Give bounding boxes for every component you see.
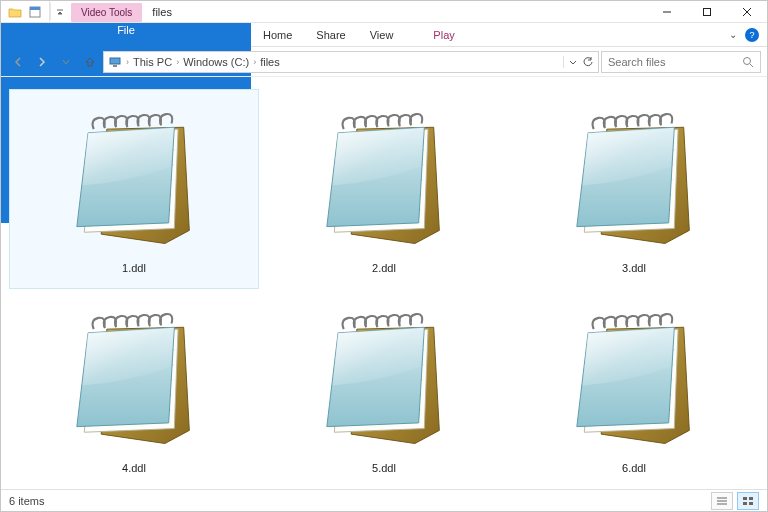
svg-rect-7 bbox=[749, 497, 753, 500]
tab-view[interactable]: View bbox=[358, 23, 406, 46]
contextual-tab-label: Video Tools bbox=[71, 3, 142, 22]
notepad-icon bbox=[54, 296, 214, 456]
explorer-window: Video Tools files File Home Share View P… bbox=[0, 0, 768, 512]
breadcrumb-item[interactable]: files bbox=[260, 56, 280, 68]
maximize-button[interactable] bbox=[687, 1, 727, 22]
svg-rect-3 bbox=[110, 58, 120, 64]
file-pane[interactable]: 1.ddl2.ddl3.ddl4.ddl5.ddl6.ddl bbox=[1, 77, 767, 489]
search-input[interactable] bbox=[608, 56, 742, 68]
file-item[interactable]: 1.ddl bbox=[9, 89, 259, 289]
file-item[interactable]: 3.ddl bbox=[509, 89, 759, 289]
svg-rect-6 bbox=[743, 497, 747, 500]
quick-access-toolbar bbox=[1, 1, 50, 22]
notepad-icon bbox=[304, 296, 464, 456]
svg-point-5 bbox=[744, 57, 751, 64]
up-button[interactable] bbox=[79, 51, 101, 73]
tab-home[interactable]: Home bbox=[251, 23, 304, 46]
file-label: 6.ddl bbox=[622, 462, 646, 474]
qat-dropdown-icon[interactable] bbox=[53, 4, 67, 20]
notepad-icon bbox=[554, 296, 714, 456]
svg-rect-8 bbox=[743, 502, 747, 505]
tab-share[interactable]: Share bbox=[304, 23, 357, 46]
file-label: 2.ddl bbox=[372, 262, 396, 274]
tab-play[interactable]: Play bbox=[421, 23, 466, 46]
chevron-right-icon[interactable]: › bbox=[253, 57, 256, 67]
close-button[interactable] bbox=[727, 1, 767, 22]
svg-rect-4 bbox=[113, 65, 117, 67]
file-item[interactable]: 6.ddl bbox=[509, 289, 759, 489]
expand-ribbon-icon[interactable]: ⌄ bbox=[729, 29, 737, 40]
file-label: 5.ddl bbox=[372, 462, 396, 474]
ribbon-tabs: File Home Share View Play ⌄ ? bbox=[1, 23, 767, 47]
window-title: files bbox=[144, 1, 172, 22]
address-bar[interactable]: › This PC› Windows (C:)› files bbox=[103, 51, 599, 73]
refresh-icon[interactable] bbox=[582, 56, 594, 68]
forward-button[interactable] bbox=[31, 51, 53, 73]
svg-rect-9 bbox=[749, 502, 753, 505]
details-view-button[interactable] bbox=[711, 492, 733, 510]
chevron-right-icon[interactable]: › bbox=[176, 57, 179, 67]
thumbnails-view-button[interactable] bbox=[737, 492, 759, 510]
item-count: 6 items bbox=[9, 495, 44, 507]
status-bar: 6 items bbox=[1, 489, 767, 511]
titlebar: Video Tools files bbox=[1, 1, 767, 23]
breadcrumb-item[interactable]: This PC bbox=[133, 56, 172, 68]
file-label: 1.ddl bbox=[122, 262, 146, 274]
folder-icon bbox=[7, 4, 23, 20]
minimize-button[interactable] bbox=[647, 1, 687, 22]
file-item[interactable]: 4.ddl bbox=[9, 289, 259, 489]
properties-icon[interactable] bbox=[27, 4, 43, 20]
file-item[interactable]: 2.ddl bbox=[259, 89, 509, 289]
navigation-bar: › This PC› Windows (C:)› files bbox=[1, 47, 767, 77]
dropdown-icon[interactable] bbox=[568, 57, 578, 67]
svg-rect-1 bbox=[30, 7, 40, 10]
notepad-icon bbox=[304, 96, 464, 256]
file-label: 3.ddl bbox=[622, 262, 646, 274]
divider bbox=[50, 3, 51, 20]
file-item[interactable]: 5.ddl bbox=[259, 289, 509, 489]
svg-rect-2 bbox=[704, 8, 711, 15]
search-icon bbox=[742, 56, 754, 68]
file-label: 4.ddl bbox=[122, 462, 146, 474]
recent-locations-icon[interactable] bbox=[55, 51, 77, 73]
notepad-icon bbox=[554, 96, 714, 256]
chevron-right-icon[interactable]: › bbox=[126, 57, 129, 67]
breadcrumb-item[interactable]: Windows (C:) bbox=[183, 56, 249, 68]
pc-icon bbox=[108, 55, 122, 69]
search-box[interactable] bbox=[601, 51, 761, 73]
back-button[interactable] bbox=[7, 51, 29, 73]
notepad-icon bbox=[54, 96, 214, 256]
breadcrumbs: This PC› Windows (C:)› files bbox=[133, 56, 559, 68]
help-icon[interactable]: ? bbox=[745, 28, 759, 42]
